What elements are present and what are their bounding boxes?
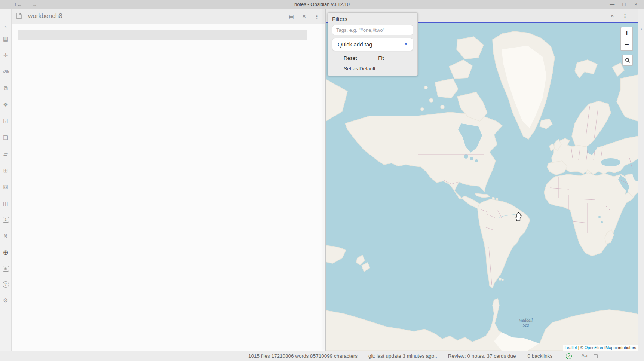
minimize-icon[interactable]: — — [607, 0, 617, 9]
osm-link[interactable]: OpenStreetMap — [585, 345, 614, 350]
filters-panel: Filters Quick add tag ▼ Reset Fit Set as… — [328, 12, 418, 76]
map-search-button[interactable] — [622, 55, 633, 66]
maximize-icon[interactable]: □ — [619, 0, 629, 9]
leaflet-link[interactable]: Leaflet — [565, 345, 577, 350]
status-square-icon[interactable] — [594, 354, 598, 358]
zoom-in-button[interactable]: + — [621, 27, 632, 39]
daily-note-calendar-icon[interactable]: 1 — [3, 217, 9, 223]
graph-icon[interactable]: ❖ — [2, 101, 9, 108]
rope-icon[interactable]: § — [2, 232, 9, 240]
hand-cursor — [514, 212, 522, 221]
status-review[interactable]: Review: 0 notes, 37 cards due — [448, 353, 516, 359]
screenshot-icon[interactable]: ◉ — [3, 266, 9, 272]
set-as-default-button[interactable]: Set as Default — [344, 66, 375, 71]
file-icon — [16, 13, 22, 21]
copy-note-icon[interactable]: ❏ — [2, 134, 9, 141]
calendar-check-icon[interactable]: ☑ — [2, 117, 9, 125]
right-sidebar-strip: ‹ — [638, 9, 644, 351]
map-attribution: Leaflet | © OpenStreetMap contributors — [563, 345, 638, 351]
fit-button[interactable]: Fit — [378, 55, 384, 61]
zoom-out-button[interactable]: − — [621, 39, 632, 50]
map-zoom-control: + − — [620, 27, 633, 51]
close-pane-icon[interactable]: × — [609, 13, 616, 19]
close-window-icon[interactable]: × — [631, 0, 641, 9]
database-table-icon[interactable]: ◫ — [2, 200, 9, 207]
tags-filter-input[interactable] — [332, 25, 413, 35]
workbench-blocks-icon[interactable]: ⊞ — [2, 167, 9, 174]
left-pane-tab-header[interactable]: workbench8 ▤ × ⋮ — [12, 9, 325, 24]
expand-sidebar-icon[interactable]: › — [2, 23, 9, 31]
left-ribbon: › ▦ ✛ <% ⧉ ❖ ☑ ❏ ▱ ⊞ ⚄ ◫ 1 § ⊕ ◉ ? ⚙ — [0, 9, 12, 351]
filters-title: Filters — [332, 16, 413, 22]
map-view-globe-icon[interactable]: ⊕ — [2, 249, 9, 256]
status-aa-toggle[interactable]: Aa — [581, 353, 588, 359]
sync-check-icon[interactable]: ✓ — [566, 353, 572, 359]
left-pane-title: workbench8 — [28, 12, 62, 20]
status-git[interactable]: git: last update 3 minutes ago.. — [368, 353, 437, 359]
dice-icon[interactable]: ⚄ — [2, 183, 9, 191]
templater-icon[interactable]: <% — [2, 68, 9, 76]
sea-label: Weddell Sea — [515, 318, 537, 328]
titlebar: 1←→ notes - Obsidian v0.12.10 — □ × — [0, 0, 644, 9]
close-pane-icon[interactable]: × — [301, 13, 307, 20]
window-controls: — □ × — [607, 0, 641, 9]
status-bar: 1015 files 17210806 words 85710099 chara… — [0, 351, 644, 361]
quick-add-tag-label: Quick add tag — [338, 41, 372, 48]
table-view-icon[interactable]: ▦ — [2, 35, 9, 43]
window-title: notes - Obsidian v0.12.10 — [0, 0, 644, 9]
quick-add-tag-select[interactable]: Quick add tag ▼ — [332, 38, 413, 51]
reading-view-icon[interactable]: ▤ — [288, 13, 295, 20]
help-icon[interactable]: ? — [3, 281, 9, 288]
chevron-down-icon: ▼ — [404, 42, 408, 46]
status-backlinks[interactable]: 0 backlinks — [527, 353, 552, 359]
search-icon — [625, 58, 630, 63]
status-word-count: 1015 files 17210806 words 85710099 chara… — [248, 353, 358, 359]
reset-button[interactable]: Reset — [344, 55, 357, 61]
left-pane-body[interactable] — [12, 24, 325, 351]
left-pane-workbench: workbench8 ▤ × ⋮ — [12, 9, 325, 351]
more-options-icon[interactable]: ⋮ — [622, 13, 628, 19]
more-options-icon[interactable]: ⋮ — [313, 13, 320, 20]
collapse-right-icon[interactable]: ‹ — [639, 25, 644, 31]
card-stack-icon[interactable]: ▱ — [2, 150, 9, 158]
empty-block-placeholder[interactable] — [18, 30, 307, 40]
settings-gear-icon[interactable]: ⚙ — [2, 297, 9, 304]
slides-icon[interactable]: ⧉ — [2, 85, 9, 92]
pan-move-icon[interactable]: ✛ — [2, 52, 9, 59]
